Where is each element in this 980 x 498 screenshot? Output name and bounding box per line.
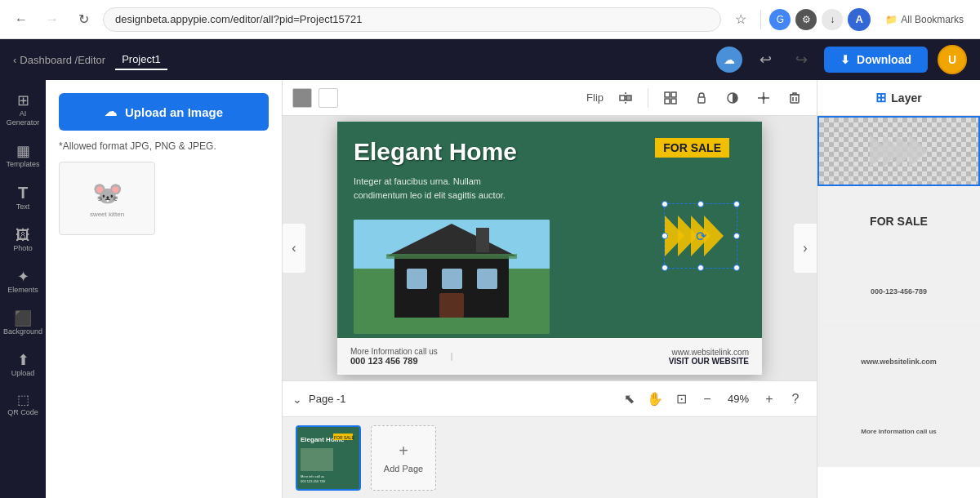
page-label-text: Page -1 bbox=[309, 393, 346, 405]
canvas-arrows-element[interactable]: ⟳ bbox=[664, 203, 737, 269]
layer-item-for-sale[interactable]: FOR SALE bbox=[817, 186, 980, 256]
ai-generator-icon: ⊞ bbox=[17, 93, 29, 108]
bookmarks-button[interactable]: 📁 All Bookmarks bbox=[879, 7, 970, 32]
sidebar-item-templates[interactable]: ▦ Templates bbox=[2, 137, 43, 176]
sidebar-item-ai-generator[interactable]: ⊞ AIGenerator bbox=[2, 87, 43, 134]
add-page-label: Add Page bbox=[384, 464, 423, 474]
svg-rect-33 bbox=[301, 448, 333, 471]
sidebar-item-qrcode[interactable]: ⬚ QR Code bbox=[2, 387, 43, 424]
upload-image-button[interactable]: ☁ Upload an Image bbox=[59, 93, 269, 131]
ext-icon-3: ↓ bbox=[822, 9, 843, 30]
handle-mid-right[interactable] bbox=[733, 233, 740, 239]
opacity-button[interactable] bbox=[720, 86, 745, 110]
download-icon: ⬇ bbox=[840, 53, 850, 66]
cursor-tool-button[interactable]: ⬉ bbox=[617, 388, 640, 411]
svg-rect-22 bbox=[439, 293, 464, 318]
project-tab[interactable]: Project1 bbox=[115, 50, 167, 70]
cloud-save-button[interactable]: ☁ bbox=[716, 47, 742, 73]
sidebar-item-upload[interactable]: ⬆ Upload bbox=[2, 346, 43, 385]
url-text: designbeta.appypie.com/editor/all?pid=Pr… bbox=[115, 13, 362, 25]
zoom-out-button[interactable]: − bbox=[696, 388, 719, 411]
profile-icon[interactable]: A bbox=[848, 8, 871, 31]
qrcode-icon: ⬚ bbox=[17, 394, 29, 407]
download-button[interactable]: ⬇ Download bbox=[824, 47, 928, 73]
svg-rect-23 bbox=[476, 228, 489, 252]
browser-bar: ← → ↻ designbeta.appypie.com/editor/all?… bbox=[0, 0, 980, 39]
for-sale-text: FOR SALE bbox=[663, 141, 721, 154]
dashboard-link[interactable]: ‹ Dashboard /Editor bbox=[13, 54, 105, 66]
rotate-handle[interactable]: ⟳ bbox=[696, 229, 706, 244]
sidebar-item-text[interactable]: T Text bbox=[2, 178, 43, 218]
color-swatch-gray[interactable] bbox=[292, 88, 312, 108]
help-button[interactable]: ? bbox=[784, 388, 807, 411]
allowed-format-text: *Allowed format JPG, PNG & JPEG. bbox=[59, 140, 269, 152]
right-panel-header: ⊞ Layer bbox=[817, 80, 980, 116]
layer-item-arrows[interactable] bbox=[817, 116, 980, 186]
address-bar[interactable]: designbeta.appypie.com/editor/all?pid=Pr… bbox=[103, 7, 721, 32]
handle-mid-left[interactable] bbox=[662, 233, 668, 239]
left-panel: ☁ Upload an Image *Allowed format JPG, P… bbox=[46, 80, 283, 498]
photo-icon: 🖼 bbox=[16, 228, 30, 242]
svg-rect-20 bbox=[442, 269, 462, 289]
zoom-in-button[interactable]: + bbox=[758, 388, 781, 411]
uploaded-image-thumb[interactable]: 🐭 sweet kitten bbox=[59, 162, 155, 235]
back-button[interactable]: ← bbox=[10, 8, 33, 31]
layer-item-website[interactable]: www.websitelink.com bbox=[817, 327, 980, 397]
sidebar-item-background[interactable]: ⬛ Background bbox=[2, 305, 43, 343]
page-expand-button[interactable]: ⌄ bbox=[292, 393, 302, 406]
add-page-button[interactable]: + Add Page bbox=[371, 425, 436, 491]
design-canvas[interactable]: Elegant Home FOR SALE Integer at faucibu… bbox=[337, 122, 762, 375]
sidebar-icons: ⊞ AIGenerator ▦ Templates T Text 🖼 Photo… bbox=[0, 80, 46, 498]
svg-rect-1 bbox=[626, 96, 631, 100]
add-page-plus-icon: + bbox=[399, 442, 408, 460]
undo-button[interactable]: ↩ bbox=[752, 47, 778, 73]
svg-rect-24 bbox=[386, 254, 517, 259]
sidebar-item-photo[interactable]: 🖼 Photo bbox=[2, 221, 43, 260]
svg-rect-19 bbox=[407, 269, 427, 289]
svg-marker-39 bbox=[909, 135, 929, 167]
svg-rect-4 bbox=[671, 92, 676, 97]
layer-phone-thumb: 000-123-456-789 bbox=[817, 256, 980, 326]
svg-rect-12 bbox=[791, 95, 799, 103]
handle-bottom-left[interactable] bbox=[662, 265, 668, 271]
canvas-nav-right-button[interactable]: › bbox=[794, 224, 817, 273]
handle-bottom-mid[interactable] bbox=[697, 265, 704, 271]
svg-rect-3 bbox=[665, 92, 670, 97]
color-swatch-white[interactable] bbox=[318, 88, 338, 108]
forward-button[interactable]: → bbox=[41, 8, 64, 31]
sidebar-item-elements[interactable]: ✦ Elements bbox=[2, 263, 43, 301]
layer-item-phone[interactable]: 000-123-456-789 bbox=[817, 256, 980, 327]
layer-info-thumb: More information call us bbox=[817, 397, 980, 466]
svg-text:FOR SALE: FOR SALE bbox=[334, 435, 354, 440]
hand-tool-button[interactable]: ✋ bbox=[644, 388, 666, 411]
canvas-area: Flip ‹ bbox=[283, 80, 817, 498]
layer-arrows-thumb bbox=[819, 118, 978, 185]
svg-rect-7 bbox=[698, 97, 705, 103]
svg-rect-6 bbox=[671, 99, 676, 104]
delete-button[interactable] bbox=[782, 86, 807, 110]
canvas-house-image bbox=[354, 220, 550, 334]
flip-horizontal-button[interactable] bbox=[613, 86, 638, 110]
group-button[interactable] bbox=[658, 86, 683, 110]
handle-top-left[interactable] bbox=[662, 201, 668, 207]
layer-item-more-info[interactable]: More information call us bbox=[817, 397, 980, 467]
upload-cloud-icon: ☁ bbox=[105, 104, 117, 119]
user-profile-button[interactable]: U bbox=[938, 45, 967, 74]
canvas-nav-left-button[interactable]: ‹ bbox=[283, 224, 305, 273]
position-button[interactable] bbox=[751, 86, 776, 110]
handle-top-right[interactable] bbox=[733, 201, 740, 207]
dashboard-label: Dashboard /Editor bbox=[20, 54, 105, 66]
reload-button[interactable]: ↻ bbox=[72, 8, 95, 31]
handle-top-mid[interactable] bbox=[697, 201, 704, 207]
redo-button[interactable]: ↪ bbox=[788, 47, 814, 73]
star-button[interactable]: ☆ bbox=[729, 8, 752, 31]
canvas-content: ‹ Elegant Home FOR SALE Integer at fauci… bbox=[283, 116, 817, 380]
handle-bottom-right[interactable] bbox=[733, 265, 740, 271]
fit-button[interactable]: ⊡ bbox=[670, 388, 693, 411]
page-thumb-1-inner: Elegant Home FOR SALE More info call us … bbox=[297, 427, 359, 489]
ext-icon-2: ⚙ bbox=[795, 9, 817, 30]
canvas-toolbar: Flip bbox=[283, 80, 817, 116]
lock-button[interactable] bbox=[689, 86, 714, 110]
bookmarks-label: All Bookmarks bbox=[901, 14, 964, 25]
page-thumb-1[interactable]: Elegant Home FOR SALE More info call us … bbox=[296, 425, 361, 491]
